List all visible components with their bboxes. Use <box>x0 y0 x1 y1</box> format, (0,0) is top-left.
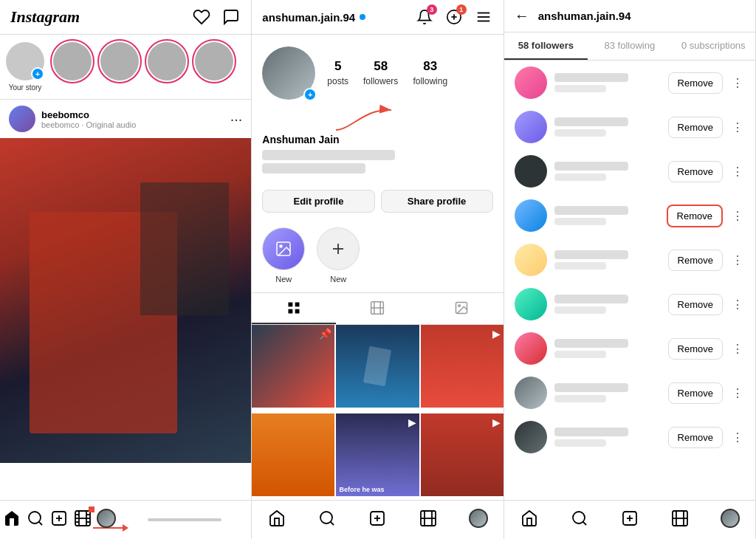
profile-top-bar: anshuman.jain.94 3 1 <box>252 0 503 35</box>
story-item-4[interactable] <box>195 42 233 92</box>
profile-nav-search[interactable] <box>315 507 339 530</box>
grid-post-5[interactable]: ▶ Before he was <box>336 413 419 496</box>
add-story-profile-badge[interactable]: + <box>303 88 317 101</box>
followers-top-bar: ← anshuman.jain.94 <box>504 0 755 32</box>
follower-avatar-2[interactable] <box>515 111 547 143</box>
grid-post-1[interactable]: 📌 <box>252 325 334 408</box>
follower-avatar-8[interactable] <box>515 377 547 409</box>
your-story-avatar[interactable]: + <box>6 42 44 80</box>
follower-name-blur-3 <box>554 162 628 171</box>
nav-profile[interactable] <box>94 507 118 530</box>
more-options-1[interactable]: ⋮ <box>730 75 745 90</box>
menu-icon[interactable] <box>474 7 493 27</box>
follower-avatar-5[interactable] <box>515 244 547 276</box>
grid-post-3[interactable]: ▶ <box>421 325 504 408</box>
follower-info-3 <box>554 162 661 181</box>
remove-button-4[interactable]: Remove <box>667 205 723 227</box>
svg-rect-26 <box>289 309 293 314</box>
remove-button-1[interactable]: Remove <box>668 72 723 94</box>
more-options-6[interactable]: ⋮ <box>730 297 745 312</box>
highlight-item-new[interactable]: New <box>317 227 360 284</box>
profile-nav-home[interactable] <box>265 507 289 530</box>
follower-avatar-4[interactable] <box>515 199 547 232</box>
follower-avatar-1[interactable] <box>515 66 547 99</box>
remove-button-9[interactable]: Remove <box>668 427 723 448</box>
nav-reels[interactable] <box>71 507 94 530</box>
reel-icon-6: ▶ <box>492 416 501 428</box>
tab-reels[interactable] <box>336 293 419 324</box>
more-options-2[interactable]: ⋮ <box>730 120 745 134</box>
grid-post-4[interactable] <box>252 413 334 496</box>
followers-stat[interactable]: 58 followers <box>363 59 398 87</box>
follower-sub-blur-2 <box>554 129 606 137</box>
profile-info-section: + 5 posts 58 followers 83 following <box>252 35 503 111</box>
following-stat[interactable]: 83 following <box>413 59 447 87</box>
profile-nav-reels[interactable] <box>416 507 440 530</box>
share-profile-button[interactable]: Share profile <box>381 190 493 213</box>
more-options-7[interactable]: ⋮ <box>730 341 745 356</box>
profile-nav-me[interactable] <box>467 507 490 530</box>
tab-grid[interactable] <box>252 293 335 324</box>
more-options-4[interactable]: ⋮ <box>730 208 745 223</box>
more-options-8[interactable]: ⋮ <box>730 385 745 400</box>
story-avatar-3[interactable] <box>148 42 186 80</box>
messenger-icon[interactable] <box>221 7 241 27</box>
story-avatar-1[interactable] <box>53 42 92 80</box>
followers-tab-followers[interactable]: 58 followers <box>504 32 588 60</box>
posts-label: posts <box>327 76 348 86</box>
story-item-1[interactable] <box>53 42 92 92</box>
follower-avatar-9[interactable] <box>515 421 547 453</box>
follower-avatar-6[interactable] <box>515 288 547 320</box>
remove-button-7[interactable]: Remove <box>668 338 723 360</box>
remove-button-2[interactable]: Remove <box>668 117 723 138</box>
remove-button-3[interactable]: Remove <box>668 161 723 182</box>
pin-icon: 📌 <box>319 328 331 340</box>
more-options-9[interactable]: ⋮ <box>730 430 745 444</box>
grid-post-6[interactable]: ▶ <box>421 413 504 496</box>
post-more-btn[interactable]: ··· <box>230 111 243 128</box>
tab-tagged[interactable] <box>419 293 503 324</box>
story-avatar-4[interactable] <box>195 42 233 80</box>
notifications-icon[interactable]: 3 <box>415 7 434 27</box>
follower-sub-blur-5 <box>554 262 606 270</box>
svg-point-33 <box>458 305 461 307</box>
nav-search[interactable] <box>24 507 47 530</box>
remove-button-6[interactable]: Remove <box>668 294 723 315</box>
followers-tab-following[interactable]: 83 following <box>588 32 671 60</box>
highlight-circle-1[interactable] <box>262 227 305 270</box>
grid-post-2[interactable] <box>336 325 419 408</box>
profile-nav-add[interactable] <box>365 507 389 530</box>
heart-icon[interactable] <box>192 7 211 27</box>
more-options-5[interactable]: ⋮ <box>730 253 745 267</box>
remove-button-5[interactable]: Remove <box>668 250 723 271</box>
your-story-item[interactable]: + Your story <box>6 42 44 92</box>
edit-profile-button[interactable]: Edit profile <box>262 190 374 213</box>
followers-nav-add[interactable] <box>618 507 642 530</box>
profile-nav-avatar[interactable] <box>97 509 116 528</box>
followers-nav-profile[interactable] <box>718 507 742 530</box>
feed-post: beebomco beebomco · Original audio ··· <box>0 100 251 500</box>
follower-avatar-3[interactable] <box>515 155 547 188</box>
more-options-3[interactable]: ⋮ <box>730 164 745 179</box>
follower-avatar-7[interactable] <box>515 332 547 365</box>
nav-home[interactable] <box>0 507 24 530</box>
story-avatar-2[interactable] <box>100 42 139 80</box>
posts-stat[interactable]: 5 posts <box>327 59 348 87</box>
followers-nav-home[interactable] <box>518 507 541 530</box>
nav-add[interactable] <box>47 507 71 530</box>
highlight-item-1[interactable]: New <box>262 227 305 284</box>
post-username[interactable]: beebomco <box>41 109 136 120</box>
profile-username: anshuman.jain.94 <box>262 11 355 24</box>
story-item-3[interactable] <box>148 42 186 92</box>
followers-nav-reels[interactable] <box>668 507 692 530</box>
remove-button-8[interactable]: Remove <box>668 382 723 404</box>
back-button[interactable]: ← <box>515 7 529 24</box>
svg-point-34 <box>320 512 332 523</box>
follower-name-blur-6 <box>554 295 628 303</box>
followers-nav-search[interactable] <box>568 507 591 530</box>
add-icon[interactable]: 1 <box>444 7 464 27</box>
story-item-2[interactable] <box>100 42 139 92</box>
followers-tab-subscriptions[interactable]: 0 subscriptions <box>672 32 755 60</box>
highlight-new-circle[interactable] <box>317 227 360 270</box>
profile-avatar[interactable]: + <box>262 47 315 100</box>
